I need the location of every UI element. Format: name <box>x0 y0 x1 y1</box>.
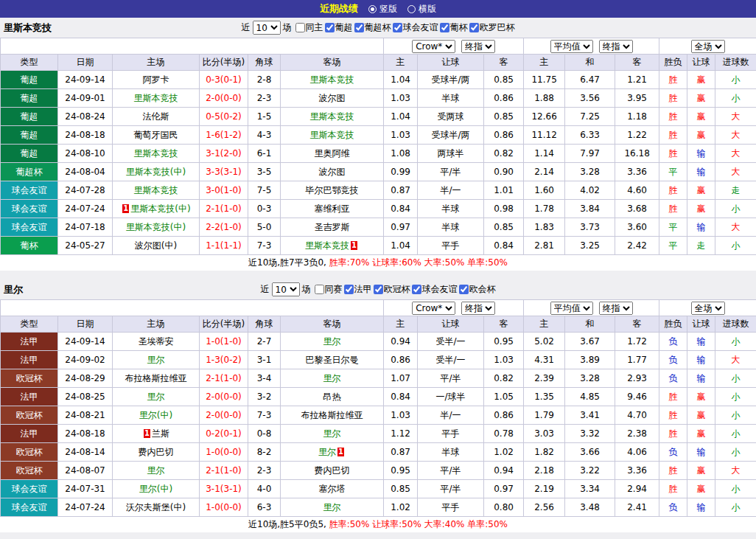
column-header-goals: 进球数 <box>715 55 756 71</box>
euro-bookmaker-select[interactable]: 平均值 <box>550 302 593 315</box>
filter-option[interactable]: 法甲 <box>344 283 372 296</box>
euro-time-select[interactable]: 终指 <box>599 40 633 53</box>
handicap-cell: 半球 <box>418 218 484 237</box>
asia-home-odds-cell: 0.97 <box>384 218 418 237</box>
handicap-result-cell: 赢 <box>687 406 715 425</box>
euro-draw-odds-cell: 3.22 <box>565 462 615 480</box>
score-cell: 1-6(1-2) <box>200 126 248 145</box>
filter-checkbox[interactable] <box>354 23 364 32</box>
scope-selector-cell: 全场 <box>659 300 756 316</box>
handicap-result-cell: 输 <box>687 498 715 517</box>
asia-home-odds-cell: 1.03 <box>384 406 418 425</box>
team-name-text: 里尔 <box>147 465 165 476</box>
filter-checkbox[interactable] <box>440 23 449 32</box>
filter-bar: 近 10 场 同赛法甲欧冠杯球会友谊欧会杯 <box>261 282 496 296</box>
filter-option[interactable]: 葡杯 <box>440 21 468 34</box>
filter-option[interactable]: 同赛 <box>315 283 343 296</box>
column-header-result: 胜负 <box>659 55 687 71</box>
euro-draw-odds-cell: 3.67 <box>565 333 615 351</box>
euro-time-select[interactable]: 终指 <box>599 302 633 315</box>
filter-option[interactable]: 葡超 <box>325 21 353 34</box>
team-name-text: 里尔(中) <box>139 484 172 494</box>
filter-checkbox[interactable] <box>315 285 324 294</box>
league-type-cell: 葡超 <box>1 89 58 108</box>
filter-option[interactable]: 同主 <box>295 21 323 34</box>
date-cell: 24-09-14 <box>58 333 113 351</box>
corner-cell: 2-7 <box>248 333 281 351</box>
asia-time-select[interactable]: 终指 <box>461 40 495 53</box>
filter-checkbox[interactable] <box>393 23 402 32</box>
result-cell: 胜 <box>659 108 687 126</box>
match-row: 球会友谊24-07-18里斯本竞技(中)2-2(1-0)5-0圣吉罗斯0.97半… <box>1 218 756 237</box>
goals-result-cell: 小 <box>715 498 756 517</box>
goals-result-cell: 小 <box>715 369 756 388</box>
euro-home-odds-cell: 2.14 <box>524 163 565 181</box>
asia-odds-selector-cell: Crow* 终指 <box>384 38 524 55</box>
date-cell: 24-05-27 <box>58 237 113 255</box>
team-section-sporting: 里斯本竞技 近 10 场 同主葡超葡超杯球会友谊葡杯欧罗巴杯 Crow* 终指 … <box>0 18 756 271</box>
euro-away-odds-cell: 1.77 <box>615 351 659 369</box>
match-row: 法甲24-08-25里尔2-0(0-0)3-2昂热0.84一/球半1.051.3… <box>1 388 756 406</box>
goals-result-cell: 大 <box>715 218 756 237</box>
asia-time-select[interactable]: 终指 <box>461 302 495 315</box>
view-option-horizontal[interactable]: 横版 <box>407 3 436 15</box>
handicap-cell: 半球 <box>418 443 484 462</box>
team-name-text: 巴黎圣日尔曼 <box>306 355 359 365</box>
handicap-result-cell: 赢 <box>687 480 715 498</box>
handicap-cell: 半/一 <box>418 181 484 200</box>
date-cell: 24-08-24 <box>58 108 113 126</box>
column-header-handicap: 让球 <box>418 55 484 71</box>
scope-select[interactable]: 全场 <box>691 302 725 315</box>
column-header-euro-draw-odds: 和 <box>565 55 615 71</box>
filter-option[interactable]: 欧会杯 <box>459 283 496 296</box>
filter-checkbox[interactable] <box>325 23 335 32</box>
filter-option[interactable]: 葡超杯 <box>354 21 391 34</box>
corner-cell: 6-1 <box>248 145 281 163</box>
filter-option[interactable]: 欧冠杯 <box>374 283 410 296</box>
asia-bookmaker-select[interactable]: Crow* <box>412 40 455 53</box>
euro-away-odds-cell: 16.18 <box>615 145 659 163</box>
selector-row: Crow* 终指 平均值 终指 全场 <box>1 38 756 55</box>
filter-checkbox[interactable] <box>412 285 421 294</box>
filter-checkbox[interactable] <box>469 23 479 32</box>
filter-option[interactable]: 球会友谊 <box>393 21 438 34</box>
filter-checkbox[interactable] <box>459 285 469 294</box>
filter-checkbox[interactable] <box>295 23 305 32</box>
red-card-badge: 1 <box>144 429 150 438</box>
match-row: 法甲24-08-181兰斯0-2(0-1)0-8里尔1.12平手0.783.03… <box>1 425 756 443</box>
euro-draw-odds-cell: 6.47 <box>565 71 615 89</box>
handicap-result-cell: 赢 <box>687 108 715 126</box>
team-name: 里斯本竞技 <box>4 21 52 35</box>
filter-option[interactable]: 欧罗巴杯 <box>469 21 515 34</box>
asia-home-odds-cell: 0.99 <box>384 163 418 181</box>
recent-count-select[interactable]: 10 <box>253 21 281 35</box>
euro-bookmaker-select[interactable]: 平均值 <box>550 40 593 53</box>
euro-draw-odds-cell: 6.33 <box>565 126 615 145</box>
filter-checkbox[interactable] <box>344 285 354 294</box>
asia-home-odds-cell: 1.07 <box>384 369 418 388</box>
away-team-cell: 里斯本竞技 <box>281 71 384 89</box>
home-team-cell: 费内巴切 <box>113 443 200 462</box>
date-cell: 24-08-10 <box>58 145 113 163</box>
recent-count-select[interactable]: 10 <box>272 282 300 296</box>
away-team-cell: 里尔 <box>281 425 384 443</box>
handicap-cell: 平手 <box>418 425 484 443</box>
date-cell: 24-08-14 <box>58 443 113 462</box>
goals-result-cell: 走 <box>715 181 756 200</box>
team-name-text: 里斯本竞技 <box>134 185 178 195</box>
asia-bookmaker-select[interactable]: Crow* <box>412 302 455 315</box>
euro-away-odds-cell: 1.18 <box>615 108 659 126</box>
column-header-row: 类型日期主场比分(半场)角球客场主让球客主和客胜负让球进球数 <box>1 316 756 333</box>
view-option-vertical[interactable]: 竖版 <box>368 3 397 15</box>
scope-select[interactable]: 全场 <box>691 40 725 53</box>
column-header-handicap: 让球 <box>418 316 484 333</box>
filter-option[interactable]: 球会友谊 <box>412 283 458 296</box>
asia-away-odds-cell: 1.03 <box>484 351 524 369</box>
handicap-cell: 平/半 <box>418 462 484 480</box>
filter-option-label: 欧罗巴杯 <box>480 21 515 34</box>
date-cell: 24-09-02 <box>58 351 113 369</box>
filter-checkbox[interactable] <box>374 285 383 294</box>
team-name-text: 里尔 <box>323 336 341 347</box>
handicap-result-cell: 输 <box>687 351 715 369</box>
euro-home-odds-cell: 1.88 <box>524 89 565 108</box>
